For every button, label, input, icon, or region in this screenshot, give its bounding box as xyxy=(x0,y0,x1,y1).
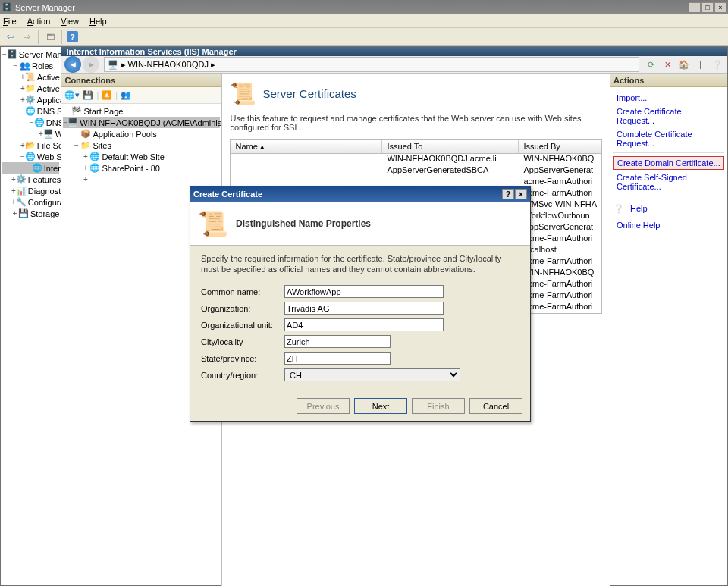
col-issued-to[interactable]: Issued To xyxy=(382,140,519,153)
tree-configuration[interactable]: Configuration xyxy=(27,198,62,207)
nav-back-button[interactable]: ◄ xyxy=(64,56,81,73)
conn-apppools[interactable]: Application Pools xyxy=(91,130,156,139)
label-common-name: Common name: xyxy=(201,287,284,296)
maximize-button[interactable]: □ xyxy=(701,2,714,13)
action-online-help[interactable]: Online Help xyxy=(613,219,724,231)
wizard-titlebar[interactable]: Create Certificate ? × xyxy=(190,186,530,202)
page-description: Use this feature to request and manage c… xyxy=(230,114,602,132)
cancel-button[interactable]: Cancel xyxy=(469,398,522,414)
server-icon: 🖥️ xyxy=(108,60,118,70)
app-icon: 🗄️ xyxy=(2,2,12,12)
appserver-icon: ⚙️ xyxy=(25,95,36,105)
server-conn-icon: 🖥️ xyxy=(67,118,78,127)
tree-adds[interactable]: Active Directory Domain Services xyxy=(36,84,62,93)
conn-start[interactable]: Start Page xyxy=(82,107,123,116)
action-import[interactable]: Import... xyxy=(613,92,724,104)
label-ou: Organizational unit: xyxy=(201,321,284,330)
table-row[interactable]: AppServerGeneratedSBCAAppServerGenerat xyxy=(231,165,601,177)
connect-icon[interactable]: 🌐▾ xyxy=(64,90,80,100)
refresh-icon[interactable]: ⟳ xyxy=(644,58,657,71)
state-field[interactable] xyxy=(284,352,391,365)
table-row[interactable]: WIN-NFHAOK0BQDJ.acme.liWIN-NFHAOK0BQ xyxy=(231,154,601,165)
main-toolbar: ⇦ ⇨ 🗔 ? xyxy=(0,28,728,46)
iis-nav-bar: ◄ ► 🖥️ ▸ WIN-NFHAOK0BQDJ ▸ ⟳ ✕ 🏠 | ❔ xyxy=(61,56,727,74)
nav-forward-icon[interactable]: ⇨ xyxy=(20,30,33,44)
minimize-button[interactable]: _ xyxy=(689,2,701,13)
wizard-instruction: Specify the required information for the… xyxy=(201,253,519,275)
tree-features[interactable]: Features xyxy=(27,175,61,184)
action-help[interactable]: Help xyxy=(627,202,651,215)
tree-appserver[interactable]: Application Server xyxy=(36,96,62,105)
action-create-domain-cert[interactable]: Create Domain Certificate... xyxy=(613,156,724,170)
tree-iismgr[interactable]: Internet Information Services (IIS) M xyxy=(42,164,62,173)
breadcrumb-machine[interactable]: WIN-NFHAOK0BQDJ xyxy=(128,60,209,69)
action-complete-cert-request[interactable]: Complete Certificate Request... xyxy=(613,128,724,149)
connections-toolbar: 🌐▾ 💾 | 🔼 | 👥 xyxy=(61,87,221,104)
sep2: | xyxy=(115,91,118,100)
show-hide-icon[interactable]: 🗔 xyxy=(43,30,57,44)
organization-field[interactable] xyxy=(284,302,444,315)
next-button[interactable]: Next xyxy=(354,398,407,414)
tree-fileservices[interactable]: File Services xyxy=(36,141,62,150)
tree-machine[interactable]: WIN-NFHAOK0BQDJ xyxy=(54,130,62,139)
nav-forward-button: ► xyxy=(83,56,99,73)
iis-header: Internet Information Services (IIS) Mana… xyxy=(61,47,727,56)
dns-icon: 🌐 xyxy=(25,106,36,116)
city-field[interactable] xyxy=(284,335,391,348)
server-manager-tree[interactable]: −🗄️Server Manager (WIN-NFHAOK0BQDJ) −👥Ro… xyxy=(1,47,61,585)
col-issued-by[interactable]: Issued By xyxy=(519,140,601,153)
label-state: State/province: xyxy=(201,354,284,363)
files-icon: 📂 xyxy=(25,140,36,150)
home-icon[interactable]: 🏠 xyxy=(677,58,691,71)
action-create-cert-request[interactable]: Create Certificate Request... xyxy=(613,105,724,127)
previous-button: Previous xyxy=(297,398,350,414)
menu-help[interactable]: Help xyxy=(89,17,107,26)
storage-icon: 💾 xyxy=(18,208,29,218)
conn-sharepoint[interactable]: SharePoint - 80 xyxy=(100,164,159,173)
menu-file[interactable]: File xyxy=(3,17,17,26)
conn-machine[interactable]: WIN-NFHAOK0BQDJ (ACME\Administrator) xyxy=(78,118,221,127)
cert-icon: 📜 xyxy=(25,72,36,82)
stop-icon[interactable]: ✕ xyxy=(661,58,674,71)
tree-roles[interactable]: Roles xyxy=(30,61,53,71)
label-city: City/locality xyxy=(201,337,284,346)
menu-view[interactable]: View xyxy=(61,17,79,26)
tree-diagnostics[interactable]: Diagnostics xyxy=(27,186,62,196)
help-icon[interactable]: ? xyxy=(67,31,78,42)
tree-root[interactable]: Server Manager (WIN-NFHAOK0BQDJ) xyxy=(17,50,62,59)
breadcrumb[interactable]: 🖥️ ▸ WIN-NFHAOK0BQDJ ▸ xyxy=(104,57,639,72)
menu-action[interactable]: Action xyxy=(27,17,51,26)
sites-icon: 📁 xyxy=(80,140,91,150)
organizational-unit-field[interactable] xyxy=(284,318,444,331)
tree-webserver[interactable]: Web Server (IIS) xyxy=(36,152,62,161)
col-name[interactable]: Name ▴ xyxy=(231,140,382,153)
tree-dnsserver[interactable]: DNS Server xyxy=(36,107,62,116)
wizard-title: Create Certificate xyxy=(193,190,501,199)
window-title: Server Manager xyxy=(12,3,688,12)
nav-back-icon[interactable]: ⇦ xyxy=(3,30,17,44)
diag-icon: 📊 xyxy=(16,186,27,196)
tree-dns[interactable]: DNS xyxy=(45,118,62,127)
up-icon[interactable]: 🔼 xyxy=(102,90,112,100)
label-country: Country/region: xyxy=(201,371,284,380)
label-organization: Organization: xyxy=(201,304,284,313)
sep: | xyxy=(96,91,99,100)
menubar: File Action View Help xyxy=(0,14,728,28)
tree-adcs[interactable]: Active Directory Certificate Services xyxy=(36,73,62,82)
wizard-help-button[interactable]: ? xyxy=(502,189,514,199)
conn-sites[interactable]: Sites xyxy=(91,141,111,150)
sep: | xyxy=(694,58,708,71)
common-name-field[interactable] xyxy=(284,285,444,298)
save-icon[interactable]: 💾 xyxy=(83,90,93,100)
wizard-close-button[interactable]: × xyxy=(515,189,527,199)
action-create-self-signed[interactable]: Create Self-Signed Certificate... xyxy=(613,171,724,193)
conn-defaultsite[interactable]: Default Web Site xyxy=(100,152,164,161)
tree-storage[interactable]: Storage xyxy=(29,209,60,218)
finish-button: Finish xyxy=(412,398,465,414)
close-button[interactable]: × xyxy=(714,2,726,13)
country-select[interactable]: CH xyxy=(284,368,460,381)
connections-header: Connections xyxy=(61,74,221,87)
group-icon[interactable]: 👥 xyxy=(121,90,131,100)
help-nav-icon[interactable]: ❔ xyxy=(711,58,724,71)
actions-header: Actions xyxy=(610,74,727,87)
